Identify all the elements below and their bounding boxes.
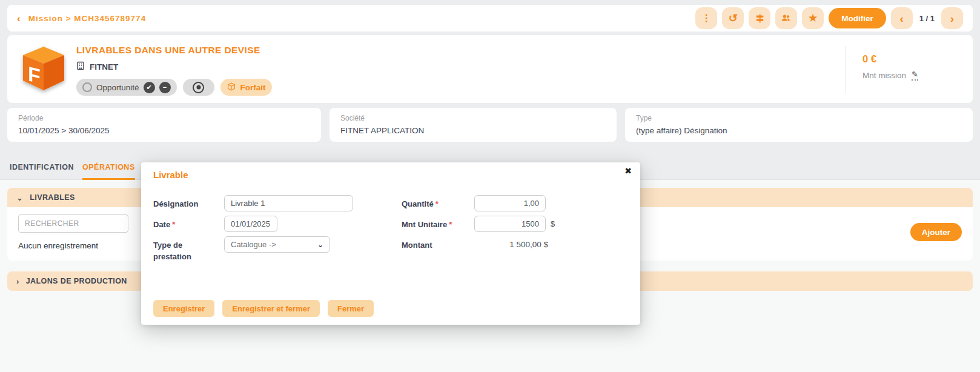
minus-circle-icon[interactable]: − xyxy=(159,82,171,93)
designation-input[interactable] xyxy=(224,195,353,211)
add-button[interactable]: Ajouter xyxy=(910,223,962,241)
save-and-close-button[interactable]: Enregistrer et fermer xyxy=(222,300,320,317)
period-label: Période xyxy=(18,114,310,122)
signpost-icon xyxy=(755,13,765,24)
history-icon: ↺ xyxy=(729,13,738,24)
previous-record-button[interactable]: ‹ xyxy=(891,7,913,29)
kebab-menu-icon: ⋮ xyxy=(701,13,711,23)
users-icon xyxy=(781,13,792,24)
building-icon xyxy=(76,61,85,72)
history-button[interactable]: ↺ xyxy=(722,7,744,29)
currency-symbol: $ xyxy=(551,219,555,228)
quantite-label: Quantité* xyxy=(402,199,439,210)
montant-value: 1 500,00 $ xyxy=(474,240,548,249)
required-asterisk: * xyxy=(449,220,452,229)
tab-operations[interactable]: OPÉRATIONS xyxy=(82,163,135,180)
chevron-left-icon: ‹ xyxy=(900,13,904,24)
type-label: Type xyxy=(636,114,962,122)
back-chevron-icon[interactable]: ‹ xyxy=(17,13,21,24)
required-asterisk: * xyxy=(172,220,175,229)
montant-label: Montant xyxy=(402,240,432,251)
period-value: 10/01/2025 > 30/06/2025 xyxy=(18,126,310,135)
company-card: Société FITNET APPLICATION xyxy=(329,108,617,142)
mnt-unitaire-label: Mnt Unitaire* xyxy=(402,219,452,231)
date-label: Date* xyxy=(153,219,175,231)
opportunity-label: Opportunité xyxy=(96,83,139,92)
chevron-right-icon: › xyxy=(950,13,954,24)
edit-amount-icon[interactable]: ✎ xyxy=(912,70,918,81)
jalons-section-title: JALONS DE PRODUCTION xyxy=(26,277,127,285)
status-ring-icon xyxy=(82,82,92,92)
livrable-modal: Livrable ✖ Désignation Date* Type de pre… xyxy=(141,162,640,325)
type-prestation-value: Catalogue -> xyxy=(231,240,276,249)
type-prestation-select[interactable]: Catalogue -> ⌄ xyxy=(224,236,330,253)
company-value: FITNET APPLICATION xyxy=(340,126,606,135)
livrables-section-title: LIVRABLES xyxy=(30,193,74,202)
fitnet-cube-logo: F xyxy=(18,43,69,95)
users-button[interactable] xyxy=(775,7,797,29)
breadcrumb-label: Mission > MCH3456789774 xyxy=(28,14,146,23)
signpost-button[interactable] xyxy=(749,7,770,29)
opportunity-status-pill[interactable]: Opportunité ✔ − xyxy=(76,79,177,96)
tab-identification[interactable]: IDENTIFICATION xyxy=(10,163,74,180)
required-asterisk: * xyxy=(435,199,439,208)
modal-title: Livrable xyxy=(153,170,188,180)
mission-header-card: F LIVRABLES DANS UNE AUTRE DEVISE FITNET… xyxy=(7,35,973,103)
close-icon[interactable]: ✖ xyxy=(624,166,632,176)
svg-text:F: F xyxy=(28,62,41,88)
type-value: (type affaire) Désignation xyxy=(636,126,962,135)
date-input[interactable] xyxy=(224,216,277,232)
period-card: Période 10/01/2025 > 30/06/2025 xyxy=(7,108,321,142)
chevron-right-icon: › xyxy=(16,277,19,285)
company-label: Société xyxy=(340,114,606,122)
type-card: Type (type affaire) Désignation xyxy=(625,108,973,142)
check-circle-icon[interactable]: ✔ xyxy=(144,82,155,93)
type-prestation-label: Type de prestation xyxy=(153,240,209,263)
record-pagination: 1 / 1 xyxy=(918,14,936,23)
favorite-button[interactable]: ★ xyxy=(802,7,824,29)
mission-title: LIVRABLES DANS UNE AUTRE DEVISE xyxy=(76,45,272,56)
package-icon xyxy=(227,82,236,93)
star-icon: ★ xyxy=(809,13,817,23)
chevron-down-icon: ⌄ xyxy=(16,194,23,202)
empty-records-text: Aucun enregistrement xyxy=(18,241,98,250)
mnt-unitaire-input[interactable] xyxy=(474,216,546,232)
chevron-down-icon: ⌄ xyxy=(317,241,323,248)
modify-button[interactable]: Modifier xyxy=(829,8,886,28)
designation-label: Désignation xyxy=(153,199,198,210)
quantite-input[interactable] xyxy=(474,195,546,211)
target-pill[interactable] xyxy=(183,79,214,96)
top-bar: ‹ Mission > MCH3456789774 ⋮ ↺ xyxy=(7,5,973,32)
kebab-menu-button[interactable]: ⋮ xyxy=(695,7,717,29)
save-button[interactable]: Enregistrer xyxy=(153,300,214,317)
mission-amount-label: Mnt mission xyxy=(862,71,906,80)
mission-amount: 0 € xyxy=(862,53,918,65)
company-name: FITNET xyxy=(90,62,118,71)
target-icon xyxy=(193,82,204,93)
search-input[interactable] xyxy=(18,214,128,233)
next-record-button[interactable]: › xyxy=(941,7,963,29)
breadcrumb[interactable]: ‹ Mission > MCH3456789774 xyxy=(17,13,146,24)
forfait-badge: Forfait xyxy=(220,79,272,96)
toolbar: ⋮ ↺ ★ Mod xyxy=(695,7,963,29)
header-divider xyxy=(846,46,846,93)
close-button[interactable]: Fermer xyxy=(328,300,374,317)
forfait-label: Forfait xyxy=(240,83,266,92)
